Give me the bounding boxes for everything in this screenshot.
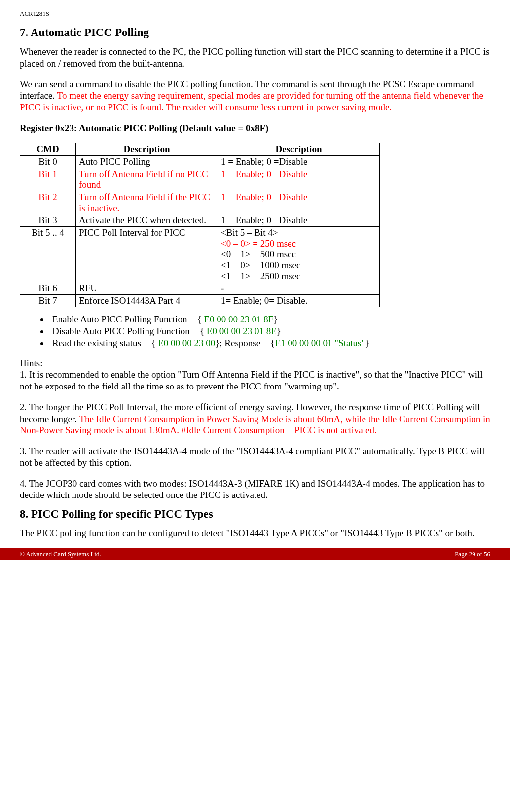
cell-val: 1= Enable; 0= Disable. — [218, 294, 380, 307]
register-table: CMD Description Description Bit 0 Auto P… — [20, 143, 380, 307]
table-row: Bit 3 Activate the PICC when detected. 1… — [20, 214, 380, 226]
bullet-tail: } — [365, 338, 369, 348]
table-row: Bit 5 .. 4 PICC Poll Interval for PICC <… — [20, 226, 380, 282]
bullet-text: Disable Auto PICC Polling Function = { — [52, 326, 207, 336]
table-header-row: CMD Description Description — [20, 143, 380, 155]
doc-header-code: ACR1281S — [20, 10, 490, 18]
cell-val: 1 = Enable; 0 =Disable — [218, 214, 380, 226]
bullet-text: Enable Auto PICC Polling Function = { — [52, 314, 204, 324]
register-heading: Register 0x23: Automatic PICC Polling (D… — [20, 122, 490, 134]
bullet-disable: Disable Auto PICC Polling Function = { E… — [49, 326, 490, 337]
bullet-cmd: E0 00 00 23 00 — [158, 338, 215, 348]
interval-line: <1 – 0> = 1000 msec — [221, 260, 300, 270]
bullet-resp: E1 00 00 00 01 "Status" — [275, 338, 365, 348]
footer-copyright: © Advanced Card Systems Ltd. — [20, 550, 101, 558]
cell-cmd: Bit 2 — [20, 191, 76, 214]
cell-cmd: Bit 0 — [20, 155, 76, 168]
table-row: Bit 0 Auto PICC Polling 1 = Enable; 0 =D… — [20, 155, 380, 168]
footer-spacer — [0, 560, 510, 575]
hint-2-red: The Idle Current Consumption in Power Sa… — [20, 414, 490, 436]
th-desc2: Description — [218, 143, 380, 155]
cell-val-multi: <Bit 5 – Bit 4> <0 – 0> = 250 msec <0 – … — [218, 226, 380, 282]
bullet-read: Read the existing status = { E0 00 00 23… — [49, 338, 490, 349]
bullet-mid: }; Response = { — [215, 338, 275, 348]
table-row: Bit 7 Enforce ISO14443A Part 4 1= Enable… — [20, 294, 380, 307]
table-row: Bit 2 Turn off Antenna Field if the PICC… — [20, 191, 380, 214]
command-bullets: Enable Auto PICC Polling Function = { E0… — [20, 314, 490, 349]
section-8-title: 8. PICC Polling for specific PICC Types — [20, 508, 490, 521]
interval-line: <1 – 1> = 2500 msec — [221, 271, 300, 281]
page-footer: © Advanced Card Systems Ltd. Page 29 of … — [0, 548, 510, 560]
cell-cmd: Bit 6 — [20, 282, 76, 294]
cell-cmd: Bit 5 .. 4 — [20, 226, 76, 282]
cell-val: 1 = Enable; 0 =Disable — [218, 155, 380, 168]
cell-desc: Activate the PICC when detected. — [76, 214, 218, 226]
section-8-p1: The PICC polling function can be configu… — [20, 528, 490, 539]
cell-desc: PICC Poll Interval for PICC — [76, 226, 218, 282]
p2-red: To meet the energy saving requirement, s… — [20, 90, 483, 112]
hint-2: 2. The longer the PICC Poll Interval, th… — [20, 401, 490, 436]
cell-val: - — [218, 282, 380, 294]
cell-cmd: Bit 7 — [20, 294, 76, 307]
section-7-title: 7. Automatic PICC Polling — [20, 26, 490, 39]
cell-desc: Enforce ISO14443A Part 4 — [76, 294, 218, 307]
cell-val: 1 = Enable; 0 =Disable — [218, 191, 380, 214]
cell-desc: RFU — [76, 282, 218, 294]
hint-4: 4. The JCOP30 card comes with two modes:… — [20, 478, 490, 501]
hints-label: Hints: — [20, 357, 490, 369]
th-desc1: Description — [76, 143, 218, 155]
cell-cmd: Bit 3 — [20, 214, 76, 226]
header-rule — [20, 19, 490, 19]
bullet-enable: Enable Auto PICC Polling Function = { E0… — [49, 314, 490, 325]
table-row: Bit 6 RFU - — [20, 282, 380, 294]
hint-1: 1. It is recommended to enable the optio… — [20, 369, 490, 392]
cell-desc: Auto PICC Polling — [76, 155, 218, 168]
section-7-p2: We can send a command to disable the PIC… — [20, 78, 490, 113]
section-7-p1: Whenever the reader is connected to the … — [20, 46, 490, 70]
bullet-tail: } — [273, 314, 278, 324]
cell-cmd: Bit 1 — [20, 168, 76, 191]
table-row: Bit 1 Turn off Antenna Field if no PICC … — [20, 168, 380, 191]
cell-desc: Turn off Antenna Field if no PICC found — [76, 168, 218, 191]
interval-line: <0 – 1> = 500 msec — [221, 249, 296, 259]
footer-page-number: Page 29 of 56 — [455, 550, 490, 558]
interval-line: <Bit 5 – Bit 4> — [221, 227, 278, 238]
th-cmd: CMD — [20, 143, 76, 155]
bullet-cmd: E0 00 00 23 01 8E — [207, 326, 277, 336]
cell-val: 1 = Enable; 0 =Disable — [218, 168, 380, 191]
hint-3: 3. The reader will activate the ISO14443… — [20, 445, 490, 469]
cell-desc: Turn off Antenna Field if the PICC is in… — [76, 191, 218, 214]
bullet-text: Read the existing status = { — [52, 338, 158, 348]
interval-line: <0 – 0> = 250 msec — [221, 238, 296, 248]
bullet-tail: } — [277, 326, 281, 336]
bullet-cmd: E0 00 00 23 01 8F — [204, 314, 274, 324]
